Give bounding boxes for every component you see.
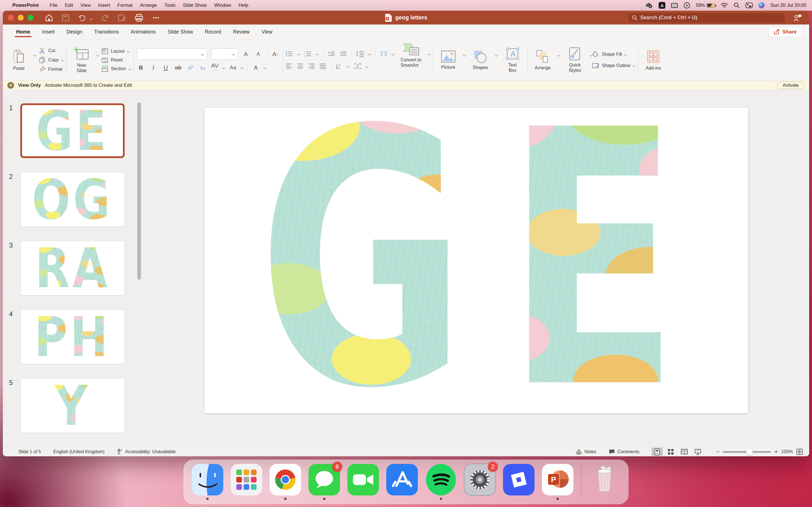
smartart-chevron[interactable]	[427, 52, 430, 55]
menu-app-name[interactable]: PowerPoint	[12, 3, 39, 8]
section-chevron[interactable]	[128, 67, 131, 70]
slide-thumbnail-4[interactable]: 4 PH	[20, 309, 124, 364]
control-center-icon[interactable]	[746, 3, 753, 8]
dock-app-store[interactable]	[386, 464, 418, 500]
copy-chevron[interactable]	[61, 59, 64, 62]
print-icon[interactable]	[135, 14, 144, 22]
redo-icon[interactable]	[101, 14, 109, 22]
language-indicator[interactable]: English (United Kingdom)	[53, 449, 104, 454]
undo-icon[interactable]	[78, 14, 87, 22]
dock-roblox[interactable]	[503, 464, 535, 500]
siri-icon[interactable]	[758, 2, 765, 8]
wifi-icon[interactable]	[721, 3, 728, 8]
character-spacing-button[interactable]: AV←→	[211, 64, 218, 71]
cloud-sync-error-icon[interactable]	[645, 2, 653, 8]
dock-messages[interactable]: 6	[308, 464, 340, 500]
underline-button[interactable]: U	[161, 64, 170, 71]
slide-thumbnail-2[interactable]: 2 OG	[20, 172, 124, 227]
dock-launchpad[interactable]	[231, 464, 262, 500]
font-name-combobox[interactable]	[137, 48, 207, 60]
menu-item-window[interactable]: Window	[210, 3, 235, 8]
tab-animations[interactable]: Animations	[124, 24, 161, 39]
save-icon[interactable]	[62, 14, 70, 22]
feedback-icon[interactable]	[794, 13, 802, 22]
tab-transitions[interactable]: Transitions	[88, 24, 124, 39]
slide-info[interactable]: Slide 1 of 5	[18, 449, 41, 454]
dock-spotify[interactable]	[425, 464, 457, 500]
increase-font-size-button[interactable]: Aˆ	[242, 51, 251, 57]
map-letters-object[interactable]: G E	[258, 84, 695, 437]
menu-clock[interactable]: Sun 20 Jul 20:00	[770, 3, 806, 8]
document-title[interactable]: geog letters	[395, 14, 427, 21]
search-input[interactable]: Search (Cmd + Ctrl + U)	[627, 12, 785, 23]
dock-powerpoint[interactable]: P	[542, 464, 573, 500]
menu-item-format[interactable]: Format	[114, 3, 136, 8]
layout-button[interactable]: Layout	[101, 48, 131, 54]
undo-dropdown-chevron[interactable]	[89, 17, 93, 20]
tab-review[interactable]: Review	[227, 24, 256, 39]
shapes-chevron[interactable]	[495, 54, 498, 57]
section-button[interactable]: Section	[101, 66, 131, 72]
bold-button[interactable]: B	[137, 64, 145, 71]
paste-chevron[interactable]	[33, 54, 36, 57]
slide-1-canvas[interactable]: G E	[204, 108, 748, 413]
new-slide-button[interactable]: New Slide	[69, 46, 94, 74]
dock-system-settings[interactable]: 2	[464, 464, 496, 500]
menu-item-insert[interactable]: Insert	[94, 3, 114, 8]
menu-item-arrange[interactable]: Arrange	[136, 3, 160, 8]
dock-facetime[interactable]	[347, 464, 379, 500]
close-window-button[interactable]	[8, 15, 14, 20]
dock-chrome[interactable]	[269, 464, 301, 500]
battery-indicator[interactable]: 59% ⚡	[696, 3, 715, 8]
reset-button[interactable]: Reset	[101, 57, 131, 63]
menu-item-tools[interactable]: Tools	[161, 3, 179, 8]
share-button[interactable]: Share	[768, 27, 802, 37]
font-size-combobox[interactable]	[211, 48, 238, 60]
cut-button[interactable]: Cut	[39, 47, 63, 54]
now-playing-icon[interactable]	[683, 2, 690, 9]
zoom-level[interactable]: 100%	[781, 449, 793, 454]
new-slide-chevron[interactable]	[96, 54, 99, 57]
tab-record[interactable]: Record	[199, 24, 227, 39]
save-as-icon[interactable]	[117, 14, 126, 22]
menu-item-view[interactable]: View	[77, 3, 94, 8]
more-toolbar-icon[interactable]	[152, 14, 160, 22]
subscript-button[interactable]: x₂	[199, 64, 207, 71]
menu-item-help[interactable]: Help	[235, 3, 252, 8]
dock-finder[interactable]	[192, 464, 223, 500]
thumbnail-scrollbar[interactable]	[137, 102, 141, 280]
menu-item-slide-show[interactable]: Slide Show	[179, 3, 210, 8]
slide-thumbnail-5[interactable]: 5 Y	[20, 378, 124, 433]
strikethrough-button[interactable]: ab	[174, 64, 183, 71]
menu-item-edit[interactable]: Edit	[61, 3, 77, 8]
bullet-list-chevron[interactable]	[297, 52, 300, 55]
spotlight-icon[interactable]	[733, 2, 740, 8]
layout-chevron[interactable]	[126, 50, 130, 53]
activate-button[interactable]: Activate	[777, 82, 805, 89]
change-case-chevron[interactable]	[241, 66, 244, 69]
slide-thumbnail-1[interactable]: 1 GE	[20, 103, 124, 158]
home-icon[interactable]	[45, 14, 53, 22]
tab-design[interactable]: Design	[61, 24, 88, 39]
zoom-in-button[interactable]: +	[774, 448, 778, 455]
screen-mirroring-icon[interactable]	[671, 3, 678, 8]
menu-item-file[interactable]: File	[46, 3, 61, 8]
tab-slide-show[interactable]: Slide Show	[162, 24, 199, 39]
paste-button[interactable]: Paste	[7, 48, 31, 72]
letter-e[interactable]: E	[506, 84, 695, 437]
zoom-out-button[interactable]: −	[716, 448, 719, 455]
copy-button[interactable]: Copy	[39, 57, 63, 63]
superscript-button[interactable]: x²	[186, 64, 195, 71]
tab-home[interactable]: Home	[10, 24, 36, 39]
minimize-window-button[interactable]	[18, 15, 24, 20]
fit-to-window-icon[interactable]	[796, 448, 803, 455]
accessibility-status[interactable]: ? Accessibility: Unavailable	[117, 449, 175, 455]
tab-view[interactable]: View	[256, 24, 278, 39]
zoom-window-button[interactable]	[28, 15, 34, 20]
format-painter-button[interactable]: Format	[39, 66, 63, 73]
italic-button[interactable]: I	[149, 64, 158, 71]
a-app-menu-icon[interactable]: A	[659, 2, 665, 9]
line-spacing-chevron[interactable]	[368, 52, 371, 55]
tab-insert[interactable]: Insert	[36, 24, 61, 39]
dock-trash[interactable]	[589, 464, 620, 500]
